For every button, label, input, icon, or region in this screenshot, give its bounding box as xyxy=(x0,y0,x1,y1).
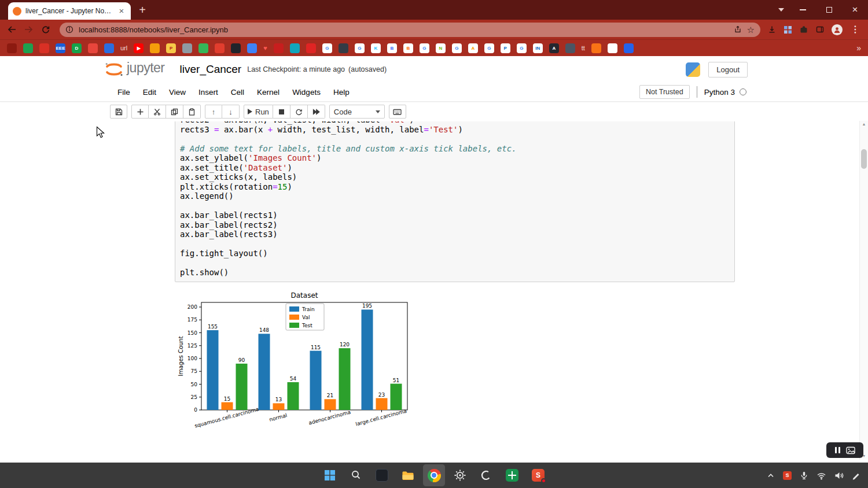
recorder-tray-icon[interactable]: S xyxy=(783,471,792,480)
start-button[interactable] xyxy=(319,464,341,486)
bookmark-favicon[interactable]: N xyxy=(436,43,446,53)
code-line[interactable]: ax.bar_label(rects1) xyxy=(180,210,730,220)
bookmark-favicon[interactable] xyxy=(624,43,634,53)
reload-button[interactable] xyxy=(37,21,54,38)
bookmark-item[interactable]: ♥ xyxy=(263,43,267,53)
pause-icon[interactable] xyxy=(835,447,840,453)
bookmark-favicon[interactable] xyxy=(88,43,98,53)
notebook-scroll-area[interactable]: rects2 = ax.bar(x, val_list, width, labe… xyxy=(0,121,868,463)
bookmark-favicon[interactable] xyxy=(198,43,208,53)
interrupt-kernel-button[interactable] xyxy=(273,105,290,119)
move-cell-up-button[interactable]: ↑ xyxy=(205,105,222,119)
bookmark-favicon[interactable] xyxy=(104,43,114,53)
code-line[interactable]: ax.set_ylabel('Images Count') xyxy=(180,153,730,163)
window-maximize-button[interactable] xyxy=(816,0,842,20)
save-button[interactable] xyxy=(110,105,127,119)
bookmark-favicon[interactable] xyxy=(182,43,192,53)
file-explorer-button[interactable] xyxy=(397,464,419,486)
cut-cell-button[interactable] xyxy=(149,105,166,119)
logout-button[interactable]: Logout xyxy=(708,62,748,77)
code-line[interactable] xyxy=(180,134,730,144)
bookmark-favicon[interactable]: G xyxy=(322,43,332,53)
bookmark-favicon[interactable]: A xyxy=(549,43,559,53)
code-line[interactable]: rects3 = ax.bar(x + width, test_list, wi… xyxy=(180,125,730,135)
dark-app-button[interactable] xyxy=(371,464,393,486)
bookmark-favicon[interactable] xyxy=(608,43,617,53)
new-tab-button[interactable]: + xyxy=(134,2,150,19)
code-line[interactable] xyxy=(180,201,730,211)
code-line[interactable]: ax.set_title('Dataset') xyxy=(180,163,730,173)
microphone-icon[interactable] xyxy=(799,471,809,480)
bookmark-favicon[interactable]: D xyxy=(72,43,82,53)
code-line[interactable]: ax.bar_label(rects3) xyxy=(180,230,730,239)
menu-edit[interactable]: Edit xyxy=(137,88,163,97)
bookmark-favicon[interactable] xyxy=(339,43,348,53)
menu-insert[interactable]: Insert xyxy=(192,88,225,97)
page-scrollbar[interactable]: ▲ ▼ xyxy=(859,121,868,460)
code-input-area[interactable]: rects2 = ax.bar(x, val_list, width, labe… xyxy=(175,121,735,282)
screen-recorder-widget[interactable] xyxy=(826,442,863,458)
bookmark-favicon[interactable]: A xyxy=(468,43,478,53)
side-panel-icon[interactable] xyxy=(815,25,825,34)
restart-run-all-button[interactable] xyxy=(308,105,325,119)
profile-avatar[interactable] xyxy=(832,24,843,35)
screenshot-icon[interactable] xyxy=(846,446,855,454)
forward-button[interactable] xyxy=(20,21,37,38)
paste-cell-button[interactable] xyxy=(183,105,201,119)
code-line[interactable]: ax.bar_label(rects2) xyxy=(180,220,730,230)
bookmark-favicon[interactable]: G xyxy=(420,43,429,53)
bookmark-favicon[interactable]: IN xyxy=(533,43,543,53)
menu-help[interactable]: Help xyxy=(327,88,356,97)
window-close-button[interactable]: × xyxy=(842,0,868,20)
menu-file[interactable]: File xyxy=(111,88,137,97)
bookmark-favicon[interactable] xyxy=(306,43,316,53)
code-line[interactable]: ax.legend() xyxy=(180,191,730,201)
volume-icon[interactable] xyxy=(834,471,844,480)
wifi-icon[interactable] xyxy=(816,471,826,480)
bookmark-favicon[interactable] xyxy=(247,43,257,53)
bookmark-star-icon[interactable]: ☆ xyxy=(747,25,755,34)
browser-menu-kebab-icon[interactable]: ⋮ xyxy=(849,25,861,34)
notebook-title[interactable]: liver_Cancer xyxy=(180,63,242,76)
menu-cell[interactable]: Cell xyxy=(225,88,251,97)
menu-view[interactable]: View xyxy=(163,88,192,97)
command-palette-button[interactable] xyxy=(389,105,406,119)
code-editor[interactable]: rects2 = ax.bar(x, val_list, width, labe… xyxy=(180,121,730,278)
browser-tab[interactable]: liver_Cancer - Jupyter Notebook × xyxy=(8,2,131,20)
copy-cell-button[interactable] xyxy=(166,105,183,119)
restart-kernel-button[interactable] xyxy=(290,105,308,119)
bookmark-favicon[interactable]: G xyxy=(452,43,462,53)
pen-icon[interactable] xyxy=(851,471,861,480)
move-cell-down-button[interactable]: ↓ xyxy=(222,105,240,119)
scrollbar-thumb[interactable] xyxy=(861,149,867,169)
page-info-icon[interactable] xyxy=(65,25,73,34)
window-minimize-button[interactable] xyxy=(790,0,816,20)
bookmark-favicon[interactable]: G xyxy=(484,43,494,53)
code-cell[interactable]: rects2 = ax.bar(x, val_list, width, labe… xyxy=(104,121,764,282)
code-line[interactable] xyxy=(180,239,730,249)
add-cell-button[interactable] xyxy=(131,105,149,119)
jupyter-logo[interactable]: jupyter xyxy=(104,60,165,79)
bookmark-favicon[interactable] xyxy=(23,43,33,53)
menu-widgets[interactable]: Widgets xyxy=(286,88,327,97)
taskbar-search-button[interactable] xyxy=(345,464,367,486)
bookmark-favicon[interactable] xyxy=(150,43,160,53)
bookmark-favicon[interactable]: EEE xyxy=(56,43,65,53)
bookmark-favicon[interactable]: P xyxy=(166,43,176,53)
code-line[interactable]: # Add some text for labels, title and cu… xyxy=(180,144,730,154)
bookmark-item[interactable]: tt xyxy=(582,43,585,53)
bookmark-favicon[interactable] xyxy=(7,43,17,53)
bookmarks-overflow-chevron-icon[interactable]: » xyxy=(856,43,861,53)
bookmark-favicon[interactable]: G xyxy=(517,43,527,53)
cell-type-dropdown[interactable]: Code xyxy=(329,105,385,119)
bookmark-favicon[interactable] xyxy=(290,43,300,53)
chrome-taskbar-button[interactable] xyxy=(423,464,445,486)
share-icon[interactable] xyxy=(734,25,742,34)
url-text[interactable]: localhost:8888/notebooks/liver_Cancer.ip… xyxy=(79,25,729,34)
back-button[interactable] xyxy=(3,21,20,38)
download-icon[interactable] xyxy=(767,25,777,34)
code-line[interactable]: ax.set_xticks(x, labels) xyxy=(180,172,730,182)
settings-button[interactable] xyxy=(449,464,471,486)
tab-close-icon[interactable]: × xyxy=(117,6,126,16)
apps-grid-icon[interactable] xyxy=(784,25,792,34)
